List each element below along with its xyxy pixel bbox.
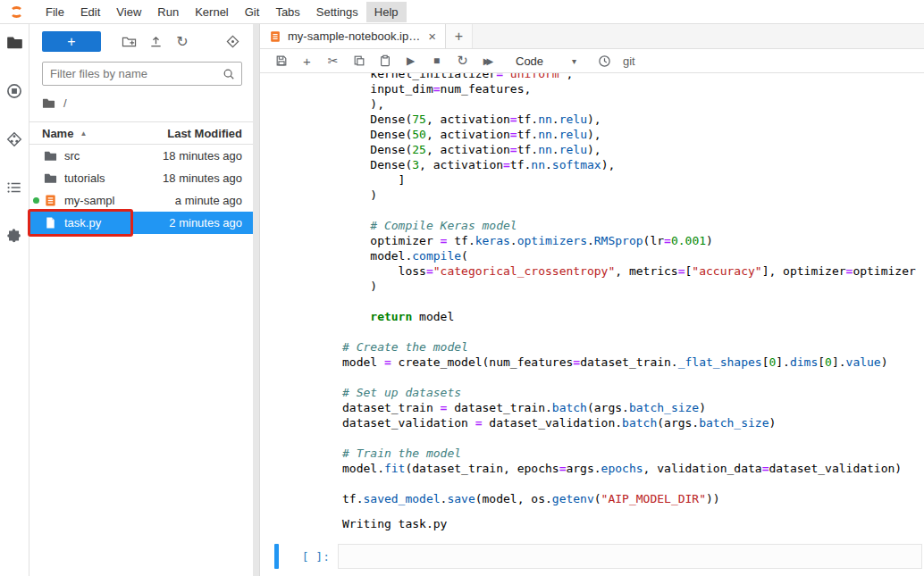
file-modified: 18 minutes ago: [163, 149, 242, 163]
code-line: dataset_validation = dataset_validation.…: [342, 415, 924, 430]
menu-item-tabs[interactable]: Tabs: [267, 2, 307, 22]
file-modified: a minute ago: [175, 194, 242, 207]
code-line: [342, 203, 924, 218]
menu-item-help[interactable]: Help: [366, 2, 407, 22]
code-line: model.compile(: [342, 248, 924, 263]
folder-icon: [44, 149, 58, 163]
menu-item-git[interactable]: Git: [237, 2, 268, 22]
file-name: tutorials: [64, 171, 163, 185]
run-icon[interactable]: ▶: [398, 54, 424, 67]
git-sidebar-icon[interactable]: [6, 130, 23, 147]
notebook-toolbar: +✂▶■↻▶▶ Code ▾ git: [260, 49, 924, 73]
file-row-tutorials[interactable]: tutorials18 minutes ago: [29, 167, 253, 189]
running-sessions-icon[interactable]: [6, 82, 23, 99]
paste-icon[interactable]: [372, 54, 398, 67]
restart-icon[interactable]: ↻: [449, 53, 475, 69]
file-browser-toolbar: + ↻: [29, 24, 253, 55]
code-cell-editor[interactable]: kernel_initializer='uniform', input_dim=…: [342, 73, 924, 506]
notebook-tab-bar: my-sample-notebook.ipynb × +: [260, 24, 924, 49]
table-of-contents-icon[interactable]: [6, 179, 23, 196]
code-line: [342, 370, 924, 385]
sort-ascending-icon: ▲: [80, 129, 87, 138]
save-icon[interactable]: [268, 54, 294, 67]
tab-close-icon[interactable]: ×: [426, 29, 438, 44]
code-line: [342, 430, 924, 446]
notebook-icon: [44, 194, 58, 208]
cell-output: Writing task.py: [342, 517, 924, 530]
code-line: optimizer = tf.keras.optimizers.RMSprop(…: [342, 233, 924, 248]
column-last-modified[interactable]: Last Modified: [167, 127, 242, 140]
code-line: kernel_initializer='uniform',: [342, 73, 924, 81]
panel-splitter[interactable]: [253, 24, 260, 576]
tab-label: my-sample-notebook.ipynb: [288, 29, 420, 43]
extension-manager-icon[interactable]: [6, 227, 23, 244]
file-modified: 18 minutes ago: [163, 171, 242, 185]
clock-icon[interactable]: [598, 54, 611, 68]
folder-icon: [44, 171, 58, 186]
menu-item-settings[interactable]: Settings: [308, 2, 366, 22]
git-toolbar-label[interactable]: git: [623, 54, 635, 68]
code-line: Dense(50, activation=tf.nn.relu),: [342, 127, 924, 142]
main-area: my-sample-notebook.ipynb × + +✂▶■↻▶▶ Cod…: [260, 24, 924, 576]
code-line: # Train the model: [342, 446, 924, 461]
menu-item-file[interactable]: File: [38, 2, 72, 22]
cut-icon[interactable]: ✂: [320, 54, 346, 68]
upload-icon[interactable]: [147, 34, 164, 50]
notebook-toolbar-icons: +✂▶■↻▶▶: [268, 53, 501, 69]
code-line: # Create the model: [342, 339, 924, 355]
file-name: my-sampl: [64, 194, 175, 207]
cell-type-dropdown[interactable]: Code ▾: [507, 53, 584, 70]
notebook-file-icon: [269, 30, 281, 43]
refresh-icon[interactable]: ↻: [174, 34, 190, 50]
code-line: [342, 476, 924, 491]
code-line: Dense(3, activation=tf.nn.softmax),: [342, 157, 924, 172]
tab-my-sample-notebook[interactable]: my-sample-notebook.ipynb ×: [260, 24, 446, 48]
code-line: input_dim=num_features,: [342, 81, 924, 96]
menu-item-view[interactable]: View: [108, 2, 149, 22]
left-sidebar: [0, 24, 29, 576]
menu-bar-items: FileEditViewRunKernelGitTabsSettingsHelp: [38, 2, 407, 22]
run-all-icon[interactable]: ▶▶: [475, 56, 501, 66]
file-filter: [42, 62, 242, 86]
copy-icon[interactable]: [346, 54, 372, 67]
file-filter-input[interactable]: [42, 62, 242, 86]
code-line: ): [342, 188, 924, 203]
code-line: # Compile Keras model: [342, 218, 924, 233]
git-clone-icon[interactable]: [224, 34, 240, 50]
menu-item-run[interactable]: Run: [149, 2, 187, 22]
empty-cell: [ ]:: [274, 544, 922, 569]
file-name: src: [64, 149, 163, 163]
code-line: dataset_train = dataset_train.batch(args…: [342, 400, 924, 415]
code-line: # Set up datasets: [342, 385, 924, 400]
file-name: task.py: [64, 216, 169, 230]
code-line: [342, 324, 924, 339]
code-line: [342, 294, 924, 309]
breadcrumb-path: /: [63, 96, 67, 110]
file-row-my-sampl[interactable]: my-sampla minute ago: [29, 189, 253, 212]
code-line: tf.saved_model.save(model, os.getenv("AI…: [342, 491, 924, 506]
code-line: ),: [342, 96, 924, 112]
chevron-down-icon: ▾: [572, 56, 576, 66]
stop-icon[interactable]: ■: [424, 54, 449, 67]
breadcrumb[interactable]: /: [29, 86, 253, 121]
code-line: loss="categorical_crossentropy", metrics…: [342, 263, 924, 279]
code-line: ]: [342, 172, 924, 188]
new-tab-button[interactable]: +: [446, 24, 473, 48]
code-line: model = create_model(num_features=datase…: [342, 355, 924, 370]
file-row-task.py[interactable]: task.py2 minutes ago: [29, 212, 253, 234]
code-line: ): [342, 279, 924, 294]
notebook-content: kernel_initializer='uniform', input_dim=…: [260, 73, 924, 576]
menu-item-edit[interactable]: Edit: [72, 2, 108, 22]
file-browser-icon[interactable]: [6, 34, 23, 51]
insert-cell-icon[interactable]: +: [294, 54, 320, 69]
file-list: src18 minutes agotutorials18 minutes ago…: [29, 145, 253, 234]
file-row-src[interactable]: src18 minutes ago: [29, 145, 253, 167]
home-folder-icon[interactable]: [42, 96, 55, 110]
new-folder-icon[interactable]: [121, 34, 137, 50]
file-modified: 2 minutes ago: [169, 216, 242, 230]
new-launcher-button[interactable]: +: [42, 31, 101, 52]
file-list-header: Name ▲ Last Modified: [29, 121, 253, 145]
menu-item-kernel[interactable]: Kernel: [187, 2, 237, 22]
empty-cell-editor[interactable]: [338, 544, 922, 569]
column-name[interactable]: Name ▲: [42, 127, 167, 140]
